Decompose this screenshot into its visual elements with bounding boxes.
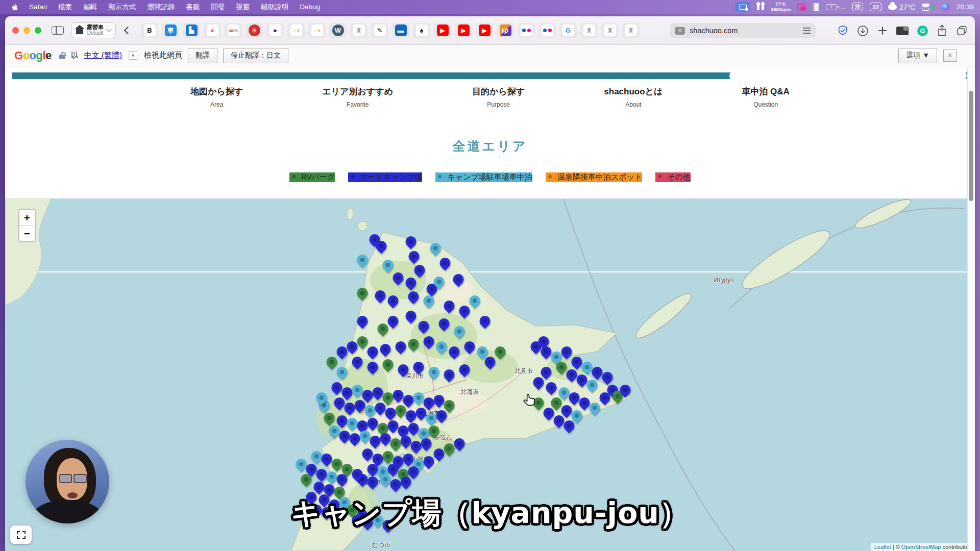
menu-bar-item[interactable]: 開發 [205,3,230,12]
extension-youtube[interactable]: ▶ [455,23,472,38]
control-center-icon[interactable] [922,4,935,11]
extension-obra-text[interactable]: OBRA [225,23,242,38]
legend-label: 温泉隣接車中泊スポット [557,172,642,182]
nav-item[interactable]: 目的から探す Purpose [472,86,525,108]
input-method-badge[interactable]: 注 [852,3,864,11]
airpods-icon[interactable] [757,4,764,10]
legend-item-auto-camp: オートキャンプ場 [348,172,422,182]
minimize-window-button[interactable] [23,27,30,34]
book-icon[interactable] [813,3,819,11]
zoom-window-button[interactable] [35,27,41,34]
nav-item[interactable]: shachuooとは About [604,86,663,108]
share-icon[interactable] [937,24,947,37]
downloads-icon[interactable] [857,25,869,37]
legend-label: オートキャンプ場 [360,172,422,182]
close-translate-bar-button[interactable]: ✕ [943,49,957,62]
site-navigation: 地図から探す Area エリア別おすすめ Favorite 目的から探す Pur… [5,86,975,108]
extension-shrine[interactable]: ♜ [580,23,598,38]
siri-icon[interactable] [942,3,950,11]
apple-menu[interactable] [6,3,23,11]
options-button[interactable]: 選項 ▼ [898,48,937,63]
weather-widget[interactable]: 27°C [888,3,915,11]
stop-loading-icon[interactable]: ✕ [675,27,685,35]
map-label: 北見市 [514,367,533,375]
extension-b-logo[interactable]: B [141,23,158,38]
nav-item[interactable]: 車中泊 Q&A Question [742,86,790,108]
extension-youtube[interactable]: ▶ [434,23,451,38]
fullscreen-button[interactable] [10,525,32,544]
nav-item[interactable]: 地図から探す Area [190,86,243,108]
menu-bar-item[interactable]: Debug [294,3,326,11]
legend-item-other: その他 [655,172,691,182]
map-attribution: Leaflet | © OpenStreetMap contributors [871,543,975,551]
macos-menu-bar: Safari檔案編輯顯示方式瀏覽記錄書籤開發視窗輔助說明Debug 77°C 3… [0,0,980,14]
tab-overview-icon[interactable] [956,25,968,36]
extension-scribble-note[interactable]: ✎ [371,23,388,38]
zoom-out-button[interactable]: − [19,226,35,241]
menu-bar-item[interactable]: 視窗 [230,3,255,12]
extension-city-buildings[interactable]: ▙ [183,23,200,38]
menu-bar-item[interactable]: Safari [23,3,53,11]
extension-shrine[interactable]: ♜ [622,23,640,38]
menu-bar-item[interactable]: 檔案 [53,3,78,12]
nav-item[interactable]: エリア別おすすめ Favorite [322,86,393,108]
extension-kuruma-kanji[interactable]: 車 [162,23,179,38]
zoom-in-button[interactable]: + [19,210,35,226]
grammarly-icon[interactable]: G [917,26,928,36]
displays-icon[interactable] [797,4,806,11]
menu-bar-item[interactable]: 顯示方式 [103,3,141,12]
profile-switcher[interactable]: 露營車 Default [71,22,116,38]
menu-bar-item[interactable]: 編輯 [78,3,103,12]
extension-red-emblem[interactable]: ✳ [246,23,263,38]
extension-glyph: B [147,27,152,34]
target-language-link[interactable]: 中文 (繁體) [84,51,122,60]
address-bar[interactable]: ✕ shachuoo.com [670,23,816,38]
leaflet-link[interactable]: Leaflet [874,544,891,550]
privacy-shield-icon[interactable] [837,25,848,36]
extension-black-spade[interactable]: ♠ [413,23,430,38]
battery-indicator[interactable]: ⚡ … [826,3,846,11]
site-header-white-panel [729,71,967,81]
menu-bar-status: 77°C 3663rpm ⚡ … 注 22 27°C 20:39 [735,2,974,13]
menu-bar-items: Safari檔案編輯顯示方式瀏覽記錄書籤開發視窗輔助說明Debug [23,3,326,12]
extension-flickr[interactable] [538,23,556,38]
stop-translation-button[interactable]: 停止翻譯：日文 [223,48,288,63]
legend-pin-icon [654,170,666,182]
extension-flickr[interactable] [518,23,535,38]
menu-bar-item[interactable]: 瀏覽記錄 [141,3,180,12]
extension-glyph: ♜ [607,27,613,34]
close-window-button[interactable] [12,27,19,34]
page-scrollbar[interactable] [967,67,975,551]
translate-button[interactable]: 翻譯 [188,48,217,63]
extension-blue-car[interactable]: ▬ [392,23,409,38]
extension-shrine[interactable]: ♜ [601,23,619,38]
extension-glyph: ● [210,27,214,34]
sidebar-toggle-icon[interactable] [52,26,64,35]
reader-view-icon[interactable] [803,28,811,34]
keyboard-badge[interactable]: 22 [870,3,881,11]
menu-bar-clock[interactable]: 20:39 [957,3,974,11]
legend-pin-icon [347,170,358,182]
screen-mirroring-icon[interactable] [735,2,750,12]
extension-gold-person-plus[interactable]: ♂+ [308,23,326,38]
osm-link[interactable]: OpenStreetMap [901,544,941,550]
istat-sensors[interactable]: 77°C 3663rpm [771,2,791,13]
picture-in-picture-icon[interactable] [896,27,909,35]
extension-avatar-person[interactable]: ● [204,23,221,38]
extension-dark-red-bird[interactable]: ● [266,23,284,38]
scrollbar-thumb[interactable] [969,91,973,201]
extension-google-g[interactable]: G [559,23,577,38]
extension-glyph: W [335,27,341,34]
extension-youtube[interactable]: ▶ [476,23,493,38]
extension-shrine[interactable]: ♜ [350,23,368,38]
menu-bar-item[interactable]: 輔助說明 [255,3,294,12]
new-tab-plus-icon[interactable] [877,26,888,36]
extension-wordpress[interactable]: W [329,23,347,38]
back-button[interactable] [124,27,132,35]
language-dropdown-arrow[interactable]: ▼ [129,51,137,60]
extension-yu-kana[interactable]: ゆ [497,23,514,38]
extension-gold-person-plus[interactable]: ♂+ [287,23,305,38]
legend-item-camp-parking: キャンプ場駐車場車中泊 [435,172,532,182]
menu-bar-item[interactable]: 書籤 [180,3,205,12]
extension-strip: B 車 ▙ ● OBRA ✳ ● ♂+ [141,23,640,38]
